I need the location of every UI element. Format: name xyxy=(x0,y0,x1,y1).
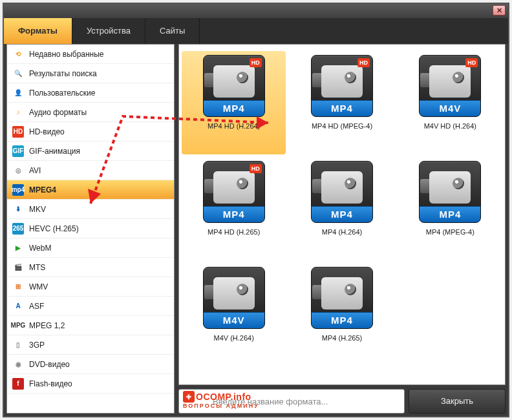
sidebar-item--[interactable]: 👤Пользовательские xyxy=(7,83,174,103)
hd-badge: HD xyxy=(250,164,262,173)
category-icon: 🎬 xyxy=(12,262,24,273)
codec-band: MP4 xyxy=(204,206,264,222)
sidebar-item-dvd-[interactable]: ◉DVD-видео xyxy=(7,355,174,374)
format-item-mp4-hd-mpeg-4-[interactable]: HDMP4MP4 HD (MPEG-4) xyxy=(290,51,394,154)
format-label: M4V HD (H.264) xyxy=(424,122,476,130)
sidebar-item-hd-[interactable]: HDHD-видео xyxy=(7,122,174,142)
sidebar-item-webm[interactable]: ▶WebM xyxy=(7,238,174,258)
codec-band: M4V xyxy=(204,312,264,328)
hd-badge: HD xyxy=(357,58,370,67)
category-icon: A xyxy=(12,300,24,312)
camcorder-icon xyxy=(429,65,471,98)
camcorder-icon xyxy=(429,171,471,204)
sidebar-item--[interactable]: ♪Аудио форматы xyxy=(7,103,174,122)
category-icon: ◎ xyxy=(12,165,24,176)
category-icon: ▯ xyxy=(12,339,24,351)
sidebar-item-avi[interactable]: ◎AVI xyxy=(7,161,174,180)
tab-bar: Форматы Устройства Сайты xyxy=(4,18,508,44)
category-icon: 👤 xyxy=(12,87,24,99)
format-thumbnail: MP4 xyxy=(311,161,373,223)
format-label: MP4 (H.264) xyxy=(322,228,362,236)
sidebar-item-wmv[interactable]: ⊞WMV xyxy=(7,277,174,297)
format-item-mp4-h-265-[interactable]: MP4MP4 (H.265) xyxy=(290,263,394,366)
category-label: MPEG4 xyxy=(29,185,56,194)
format-label: MP4 HD (H.265) xyxy=(208,228,260,236)
category-label: MKV xyxy=(29,205,46,214)
codec-band: MP4 xyxy=(420,206,480,222)
category-icon: ⊞ xyxy=(12,281,24,293)
category-icon: ⬇ xyxy=(12,204,24,215)
format-item-mp4-hd-h-265-[interactable]: HDMP4MP4 HD (H.265) xyxy=(182,157,286,260)
category-icon: f xyxy=(12,378,24,390)
category-icon: MPG xyxy=(12,320,24,331)
dialog-frame: ✕ Форматы Устройства Сайты ⟲Недавно выбр… xyxy=(3,3,509,417)
category-icon: HD xyxy=(12,126,24,138)
format-label: M4V (H.264) xyxy=(213,334,253,342)
category-label: AVI xyxy=(29,166,41,175)
search-input[interactable]: Введите название формата... +OCOMP.info … xyxy=(178,389,405,414)
hd-badge: HD xyxy=(465,58,478,67)
category-label: Результаты поиска xyxy=(29,69,97,78)
main-panel: HDMP4MP4 HD (H.264)HDMP4MP4 HD (MPEG-4)H… xyxy=(178,44,506,414)
hd-badge: HD xyxy=(250,58,262,67)
camcorder-icon xyxy=(213,65,255,98)
codec-band: MP4 xyxy=(312,312,372,328)
format-thumbnail: MP4 xyxy=(419,161,481,223)
category-icon: ♪ xyxy=(12,107,24,118)
titlebar: ✕ xyxy=(4,4,508,18)
footer-bar: Введите название формата... +OCOMP.info … xyxy=(178,389,506,414)
format-label: MP4 (H.265) xyxy=(322,334,362,342)
format-item-m4v-hd-h-264-[interactable]: HDM4VM4V HD (H.264) xyxy=(398,51,502,154)
format-item-mp4-hd-h-264-[interactable]: HDMP4MP4 HD (H.264) xyxy=(182,51,286,154)
category-label: ASF xyxy=(29,302,44,311)
category-label: MTS xyxy=(29,263,45,272)
category-label: Аудио форматы xyxy=(29,108,87,117)
sidebar-item-mpeg4[interactable]: mp4MPEG4 xyxy=(7,180,174,200)
sidebar-item--[interactable]: ⟲Недавно выбранные xyxy=(7,45,174,64)
category-label: GIF-анимация xyxy=(29,147,80,156)
category-icon: 🔍 xyxy=(12,68,24,79)
format-thumbnail: HDMP4 xyxy=(203,161,265,223)
category-icon: GIF xyxy=(12,145,24,157)
window-close-button[interactable]: ✕ xyxy=(493,5,506,16)
format-grid: HDMP4MP4 HD (H.264)HDMP4MP4 HD (MPEG-4)H… xyxy=(178,44,506,385)
category-icon: mp4 xyxy=(12,184,24,196)
sidebar-item--[interactable]: 🔍Результаты поиска xyxy=(7,64,174,83)
format-label: MP4 (MPEG-4) xyxy=(426,228,475,236)
codec-band: M4V xyxy=(420,100,480,116)
format-thumbnail: HDM4V xyxy=(419,55,481,117)
category-icon: ◉ xyxy=(12,359,24,370)
tab-sites[interactable]: Сайты xyxy=(145,18,200,44)
codec-band: MP4 xyxy=(312,100,372,116)
tab-devices[interactable]: Устройства xyxy=(72,18,145,44)
category-icon: 265 xyxy=(12,223,24,235)
category-label: Недавно выбранные xyxy=(29,50,104,59)
sidebar-item-asf[interactable]: AASF xyxy=(7,297,174,316)
category-label: Flash-видео xyxy=(29,379,72,388)
plus-icon: + xyxy=(183,391,195,403)
category-label: Пользовательские xyxy=(29,89,96,98)
format-item-mp4-mpeg-4-[interactable]: MP4MP4 (MPEG-4) xyxy=(398,157,502,260)
search-placeholder: Введите название формата... xyxy=(213,397,328,406)
codec-band: MP4 xyxy=(312,206,372,222)
format-item-mp4-h-264-[interactable]: MP4MP4 (H.264) xyxy=(290,157,394,260)
camcorder-icon xyxy=(321,171,363,204)
category-icon: ⟲ xyxy=(12,48,24,60)
sidebar-item-mpeg-1-2[interactable]: MPGMPEG 1,2 xyxy=(7,316,174,335)
format-item-m4v-h-264-[interactable]: M4VM4V (H.264) xyxy=(182,263,286,366)
codec-band: MP4 xyxy=(204,100,264,116)
format-thumbnail: MP4 xyxy=(311,267,373,329)
category-label: MPEG 1,2 xyxy=(29,321,65,330)
close-button[interactable]: Закрыть xyxy=(409,389,506,414)
sidebar-item-gif-[interactable]: GIFGIF-анимация xyxy=(7,142,174,161)
sidebar-item-3gp[interactable]: ▯3GP xyxy=(7,335,174,355)
tab-formats[interactable]: Форматы xyxy=(4,18,72,44)
sidebar-item-mts[interactable]: 🎬MTS xyxy=(7,258,174,277)
sidebar-item-mkv[interactable]: ⬇MKV xyxy=(7,200,174,219)
sidebar-item-flash-[interactable]: fFlash-видео xyxy=(7,374,174,394)
format-label: MP4 HD (MPEG-4) xyxy=(312,122,372,130)
format-thumbnail: HDMP4 xyxy=(203,55,265,117)
category-sidebar: ⟲Недавно выбранные🔍Результаты поиска👤Пол… xyxy=(6,44,175,414)
sidebar-item-hevc-h-265-[interactable]: 265HEVC (H.265) xyxy=(7,219,174,238)
camcorder-icon xyxy=(213,277,255,310)
